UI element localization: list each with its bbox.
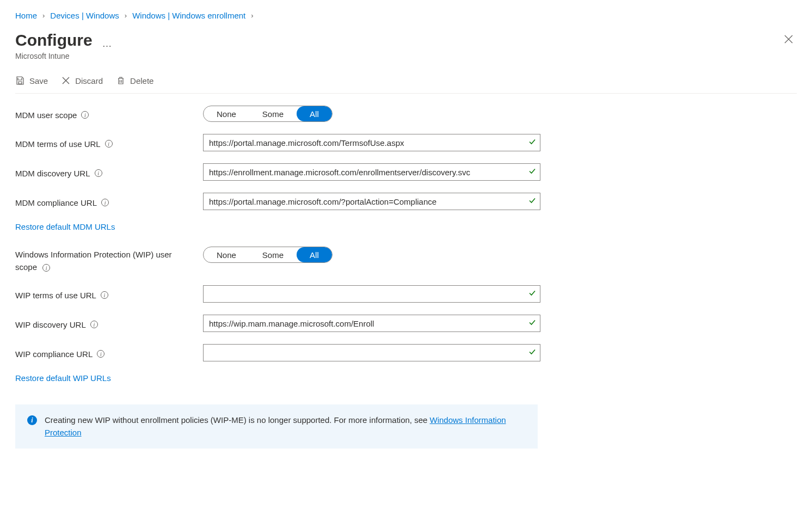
restore-mdm-urls-link[interactable]: Restore default MDM URLs: [15, 222, 115, 231]
wip-discovery-input[interactable]: [203, 315, 540, 332]
mdm-scope-all[interactable]: All: [297, 106, 332, 121]
info-icon[interactable]: i: [101, 199, 109, 206]
save-icon: [15, 76, 25, 85]
chevron-right-icon: ›: [251, 11, 253, 20]
more-actions-icon[interactable]: …: [102, 38, 112, 49]
info-icon[interactable]: i: [81, 111, 89, 119]
command-bar: Save Discard Delete: [15, 73, 797, 94]
delete-icon: [116, 76, 126, 85]
info-icon[interactable]: i: [101, 291, 108, 299]
info-icon[interactable]: i: [42, 264, 50, 272]
chevron-right-icon: ›: [42, 11, 45, 20]
mdm-compliance-input[interactable]: [203, 193, 540, 210]
info-icon[interactable]: i: [105, 140, 113, 148]
close-icon: [784, 34, 793, 44]
wip-discovery-label: WIP discovery URL: [15, 320, 86, 329]
info-badge-icon: i: [27, 415, 37, 425]
wip-scope-all[interactable]: All: [297, 247, 332, 262]
info-icon[interactable]: i: [90, 321, 98, 328]
discard-button[interactable]: Discard: [61, 73, 103, 88]
wip-scope-some[interactable]: Some: [249, 247, 297, 262]
checkmark-icon: [528, 319, 536, 328]
wip-scope-segmented: None Some All: [203, 247, 333, 263]
checkmark-icon: [528, 197, 536, 206]
mdm-discovery-label: MDM discovery URL: [15, 169, 90, 178]
breadcrumb-windows-enrollment[interactable]: Windows | Windows enrollment: [132, 11, 245, 20]
delete-button[interactable]: Delete: [116, 73, 153, 88]
mdm-terms-input[interactable]: [203, 134, 540, 151]
breadcrumb-home[interactable]: Home: [15, 11, 37, 20]
restore-wip-urls-link[interactable]: Restore default WIP URLs: [15, 373, 111, 383]
info-banner: i Creating new WIP without enrollment po…: [15, 404, 538, 449]
wip-terms-label: WIP terms of use URL: [15, 291, 96, 300]
page-title: Configure: [15, 31, 93, 50]
mdm-scope-segmented: None Some All: [203, 106, 333, 122]
mdm-compliance-label: MDM compliance URL: [15, 198, 97, 207]
mdm-discovery-input[interactable]: [203, 163, 540, 181]
close-button[interactable]: [780, 31, 797, 49]
checkmark-icon: [528, 168, 536, 177]
banner-text: Creating new WIP without enrollment poli…: [45, 415, 430, 425]
mdm-scope-label: MDM user scope: [15, 110, 77, 120]
info-icon[interactable]: i: [95, 169, 102, 177]
wip-compliance-label: WIP compliance URL: [15, 349, 93, 359]
wip-scope-label: Windows Information Protection (WIP) use…: [15, 250, 172, 272]
mdm-scope-some[interactable]: Some: [249, 106, 297, 121]
wip-compliance-input[interactable]: [203, 344, 540, 361]
mdm-terms-label: MDM terms of use URL: [15, 139, 101, 149]
checkmark-icon: [528, 138, 536, 148]
save-button[interactable]: Save: [15, 73, 48, 88]
mdm-scope-none[interactable]: None: [204, 106, 249, 121]
checkmark-icon: [528, 348, 536, 358]
breadcrumb-devices-windows[interactable]: Devices | Windows: [50, 11, 119, 20]
page-subtitle: Microsoft Intune: [15, 52, 112, 60]
breadcrumb: Home › Devices | Windows › Windows | Win…: [15, 11, 797, 20]
checkmark-icon: [528, 290, 536, 299]
wip-terms-input[interactable]: [203, 285, 540, 303]
chevron-right-icon: ›: [125, 11, 127, 20]
info-icon[interactable]: i: [97, 350, 104, 358]
wip-scope-none[interactable]: None: [204, 247, 249, 262]
discard-icon: [61, 76, 71, 85]
